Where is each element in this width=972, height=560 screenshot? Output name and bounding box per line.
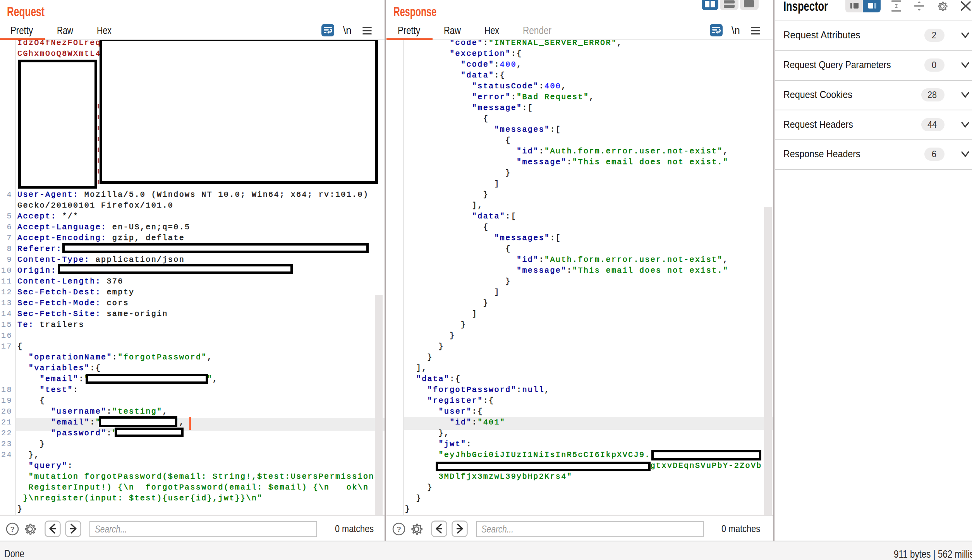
svg-text:?: ? <box>397 525 401 533</box>
svg-text:?: ? <box>10 525 15 533</box>
